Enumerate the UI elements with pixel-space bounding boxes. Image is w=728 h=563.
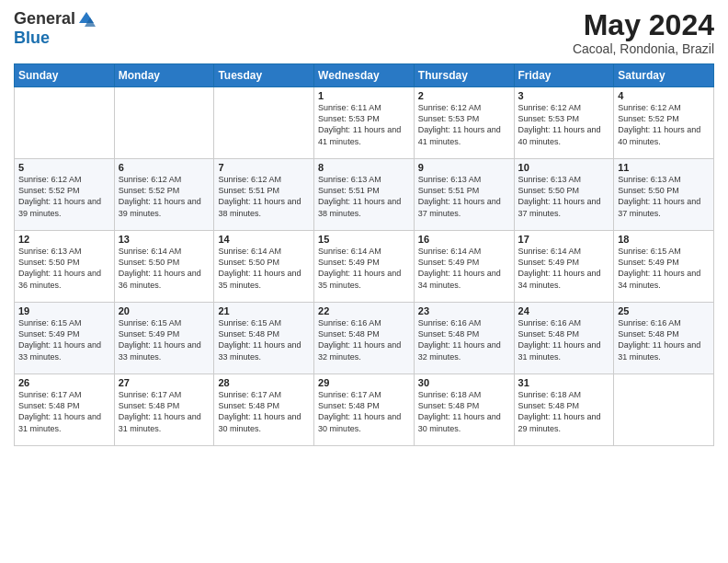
day-info: Sunrise: 6:12 AM Sunset: 5:52 PM Dayligh…: [618, 102, 710, 147]
header-monday: Monday: [114, 64, 214, 87]
table-row: 4Sunrise: 6:12 AM Sunset: 5:52 PM Daylig…: [614, 87, 714, 159]
day-number: 17: [518, 234, 610, 245]
day-number: 19: [18, 305, 110, 316]
table-row: 13Sunrise: 6:14 AM Sunset: 5:50 PM Dayli…: [114, 231, 214, 303]
table-row: 23Sunrise: 6:16 AM Sunset: 5:48 PM Dayli…: [414, 303, 514, 374]
day-number: 21: [218, 305, 310, 316]
day-info: Sunrise: 6:17 AM Sunset: 5:48 PM Dayligh…: [119, 389, 210, 434]
table-row: 21Sunrise: 6:15 AM Sunset: 5:48 PM Dayli…: [214, 303, 314, 374]
table-row: 24Sunrise: 6:16 AM Sunset: 5:48 PM Dayli…: [514, 303, 614, 374]
day-info: Sunrise: 6:18 AM Sunset: 5:48 PM Dayligh…: [518, 389, 610, 434]
table-row: 8Sunrise: 6:13 AM Sunset: 5:51 PM Daylig…: [314, 159, 415, 231]
day-number: 15: [318, 234, 410, 245]
table-row: 5Sunrise: 6:12 AM Sunset: 5:52 PM Daylig…: [15, 159, 115, 231]
day-number: 2: [418, 90, 510, 101]
location-text: Cacoal, Rondonia, Brazil: [573, 41, 714, 56]
table-row: [114, 87, 214, 159]
logo-general-text: General: [14, 9, 75, 29]
table-row: 7Sunrise: 6:12 AM Sunset: 5:51 PM Daylig…: [214, 159, 314, 231]
logo-blue-text: Blue: [14, 29, 50, 48]
day-number: 1: [318, 90, 410, 101]
table-row: 26Sunrise: 6:17 AM Sunset: 5:48 PM Dayli…: [15, 374, 115, 446]
table-row: 17Sunrise: 6:14 AM Sunset: 5:49 PM Dayli…: [514, 231, 614, 303]
day-number: 5: [18, 162, 110, 173]
table-row: [614, 374, 714, 446]
calendar-table: Sunday Monday Tuesday Wednesday Thursday…: [14, 63, 714, 446]
day-number: 14: [218, 234, 310, 245]
day-number: 27: [119, 377, 210, 388]
day-number: 20: [119, 305, 210, 316]
day-number: 3: [518, 90, 610, 101]
day-info: Sunrise: 6:12 AM Sunset: 5:51 PM Dayligh…: [218, 174, 310, 219]
header-saturday: Saturday: [614, 64, 714, 87]
day-info: Sunrise: 6:17 AM Sunset: 5:48 PM Dayligh…: [218, 389, 310, 434]
day-info: Sunrise: 6:12 AM Sunset: 5:52 PM Dayligh…: [18, 174, 110, 219]
table-row: 6Sunrise: 6:12 AM Sunset: 5:52 PM Daylig…: [114, 159, 214, 231]
day-info: Sunrise: 6:14 AM Sunset: 5:49 PM Dayligh…: [418, 246, 510, 291]
month-year-title: May 2024: [573, 9, 714, 41]
table-row: 2Sunrise: 6:12 AM Sunset: 5:53 PM Daylig…: [414, 87, 514, 159]
table-row: [214, 87, 314, 159]
table-row: 16Sunrise: 6:14 AM Sunset: 5:49 PM Dayli…: [414, 231, 514, 303]
header: General Blue May 2024 Cacoal, Rondonia, …: [14, 9, 714, 56]
day-number: 16: [418, 234, 510, 245]
table-row: 22Sunrise: 6:16 AM Sunset: 5:48 PM Dayli…: [314, 303, 415, 374]
title-section: May 2024 Cacoal, Rondonia, Brazil: [573, 9, 714, 56]
day-info: Sunrise: 6:14 AM Sunset: 5:50 PM Dayligh…: [218, 246, 310, 291]
day-info: Sunrise: 6:13 AM Sunset: 5:50 PM Dayligh…: [18, 246, 110, 291]
day-number: 29: [318, 377, 410, 388]
day-number: 11: [618, 162, 710, 173]
day-number: 28: [218, 377, 310, 388]
table-row: 30Sunrise: 6:18 AM Sunset: 5:48 PM Dayli…: [414, 374, 514, 446]
day-number: 4: [618, 90, 710, 101]
day-number: 9: [418, 162, 510, 173]
table-row: 25Sunrise: 6:16 AM Sunset: 5:48 PM Dayli…: [614, 303, 714, 374]
day-info: Sunrise: 6:15 AM Sunset: 5:49 PM Dayligh…: [618, 246, 710, 291]
header-sunday: Sunday: [15, 64, 115, 87]
day-info: Sunrise: 6:16 AM Sunset: 5:48 PM Dayligh…: [318, 317, 410, 362]
day-info: Sunrise: 6:15 AM Sunset: 5:48 PM Dayligh…: [218, 317, 310, 362]
header-tuesday: Tuesday: [214, 64, 314, 87]
header-thursday: Thursday: [414, 64, 514, 87]
table-row: 31Sunrise: 6:18 AM Sunset: 5:48 PM Dayli…: [514, 374, 614, 446]
table-row: 18Sunrise: 6:15 AM Sunset: 5:49 PM Dayli…: [614, 231, 714, 303]
day-number: 23: [418, 305, 510, 316]
day-info: Sunrise: 6:14 AM Sunset: 5:49 PM Dayligh…: [318, 246, 410, 291]
day-number: 18: [618, 234, 710, 245]
table-row: 10Sunrise: 6:13 AM Sunset: 5:50 PM Dayli…: [514, 159, 614, 231]
logo: General Blue: [14, 9, 96, 48]
table-row: 1Sunrise: 6:11 AM Sunset: 5:53 PM Daylig…: [314, 87, 415, 159]
day-number: 30: [418, 377, 510, 388]
day-number: 7: [218, 162, 310, 173]
table-row: 28Sunrise: 6:17 AM Sunset: 5:48 PM Dayli…: [214, 374, 314, 446]
day-info: Sunrise: 6:15 AM Sunset: 5:49 PM Dayligh…: [119, 317, 210, 362]
day-info: Sunrise: 6:16 AM Sunset: 5:48 PM Dayligh…: [418, 317, 510, 362]
day-info: Sunrise: 6:17 AM Sunset: 5:48 PM Dayligh…: [18, 389, 110, 434]
logo-icon: [77, 10, 96, 29]
day-number: 8: [318, 162, 410, 173]
day-info: Sunrise: 6:18 AM Sunset: 5:48 PM Dayligh…: [418, 389, 510, 434]
day-number: 13: [119, 234, 210, 245]
day-number: 25: [618, 305, 710, 316]
table-row: 12Sunrise: 6:13 AM Sunset: 5:50 PM Dayli…: [15, 231, 115, 303]
day-info: Sunrise: 6:16 AM Sunset: 5:48 PM Dayligh…: [518, 317, 610, 362]
day-info: Sunrise: 6:12 AM Sunset: 5:53 PM Dayligh…: [518, 102, 610, 147]
page: General Blue May 2024 Cacoal, Rondonia, …: [0, 0, 728, 563]
day-number: 12: [18, 234, 110, 245]
day-info: Sunrise: 6:14 AM Sunset: 5:49 PM Dayligh…: [518, 246, 610, 291]
table-row: 29Sunrise: 6:17 AM Sunset: 5:48 PM Dayli…: [314, 374, 415, 446]
day-info: Sunrise: 6:13 AM Sunset: 5:50 PM Dayligh…: [618, 174, 710, 219]
table-row: 3Sunrise: 6:12 AM Sunset: 5:53 PM Daylig…: [514, 87, 614, 159]
table-row: [15, 87, 115, 159]
day-info: Sunrise: 6:13 AM Sunset: 5:51 PM Dayligh…: [418, 174, 510, 219]
table-row: 14Sunrise: 6:14 AM Sunset: 5:50 PM Dayli…: [214, 231, 314, 303]
day-number: 10: [518, 162, 610, 173]
table-row: 15Sunrise: 6:14 AM Sunset: 5:49 PM Dayli…: [314, 231, 415, 303]
day-info: Sunrise: 6:13 AM Sunset: 5:50 PM Dayligh…: [518, 174, 610, 219]
day-number: 6: [119, 162, 210, 173]
day-number: 26: [18, 377, 110, 388]
table-row: 19Sunrise: 6:15 AM Sunset: 5:49 PM Dayli…: [15, 303, 115, 374]
day-info: Sunrise: 6:14 AM Sunset: 5:50 PM Dayligh…: [119, 246, 210, 291]
day-info: Sunrise: 6:12 AM Sunset: 5:53 PM Dayligh…: [418, 102, 510, 147]
day-info: Sunrise: 6:17 AM Sunset: 5:48 PM Dayligh…: [318, 389, 410, 434]
